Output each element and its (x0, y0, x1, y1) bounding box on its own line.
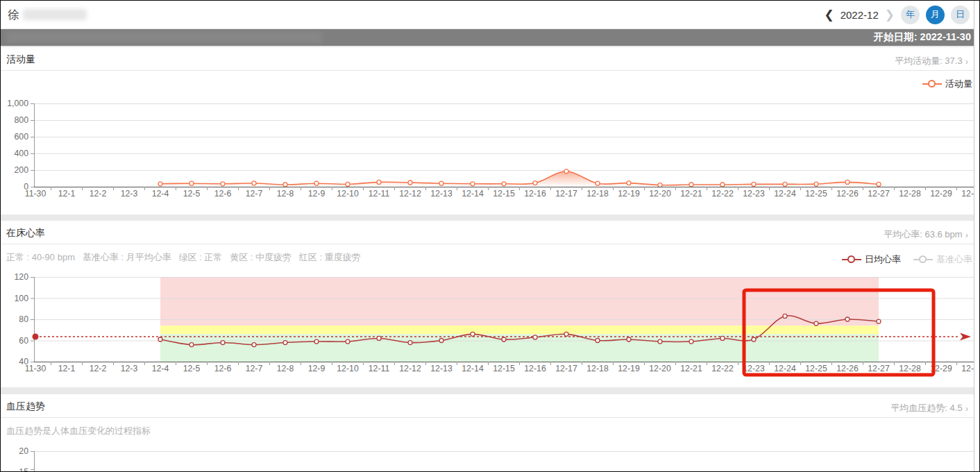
svg-text:12-19: 12-19 (618, 364, 640, 373)
svg-text:12-25: 12-25 (805, 364, 827, 373)
svg-text:12-7: 12-7 (246, 364, 263, 373)
heart-rate-legend: 日均心率 基准心率 (842, 253, 972, 266)
prev-period-icon[interactable]: ❮ (824, 9, 834, 21)
svg-text:12-11: 12-11 (369, 189, 390, 199)
svg-text:20: 20 (19, 446, 28, 456)
activity-title: 活动量 (6, 53, 35, 66)
svg-text:12-26: 12-26 (836, 189, 859, 199)
activity-expand-icon[interactable]: › (965, 56, 968, 67)
svg-text:12-1: 12-1 (58, 189, 76, 199)
svg-text:600: 600 (14, 132, 28, 142)
heart-rate-title: 在床心率 (6, 227, 45, 239)
svg-text:12-12: 12-12 (399, 364, 421, 373)
svg-text:12-27: 12-27 (868, 364, 890, 373)
svg-text:12-7: 12-7 (246, 189, 263, 199)
svg-text:12-2: 12-2 (90, 364, 107, 373)
svg-text:1,000: 1,000 (7, 99, 28, 108)
activity-chart[interactable]: 02004006008001,00011-3012-112-212-312-41… (1, 98, 980, 214)
line-marker-icon (842, 255, 861, 264)
legend-item-daily-hr[interactable]: 日均心率 (842, 253, 901, 266)
svg-text:12-5: 12-5 (183, 364, 201, 373)
svg-text:15: 15 (19, 467, 28, 472)
svg-text:120: 120 (14, 272, 28, 282)
svg-text:12-17: 12-17 (555, 364, 577, 373)
heart-rate-expand-icon[interactable]: › (965, 230, 968, 240)
svg-text:12-3: 12-3 (121, 364, 138, 373)
gray-toolbar: 开始日期: 2022-11-30 (1, 29, 979, 46)
view-year-button[interactable]: 年 (901, 6, 920, 24)
svg-text:12-29: 12-29 (930, 189, 952, 199)
svg-text:80: 80 (19, 314, 28, 324)
next-period-icon[interactable]: ❯ (885, 9, 895, 21)
blood-pressure-summary-text: 平均血压趋势: 4.5 (890, 402, 962, 414)
svg-text:12-21: 12-21 (680, 364, 702, 373)
svg-text:12-25: 12-25 (805, 189, 827, 199)
svg-text:12-24: 12-24 (774, 189, 796, 199)
svg-text:12-12: 12-12 (399, 189, 421, 199)
svg-text:12-13: 12-13 (430, 189, 453, 199)
blood-pressure-summary: 平均血压趋势: 4.5 › (890, 402, 968, 414)
app-window: 徐 ❮ 2022-12 ❯ 年 月 日 开始日期: 2022-11-30 活动量… (0, 0, 980, 472)
start-date-label: 开始日期: 2022-11-30 (874, 31, 971, 44)
svg-text:12-21: 12-21 (680, 189, 702, 199)
heart-rate-chart[interactable]: 40608010012011-3012-112-212-312-412-512-… (1, 271, 980, 386)
svg-text:12-6: 12-6 (214, 364, 232, 373)
svg-text:12-10: 12-10 (337, 189, 359, 199)
svg-text:200: 200 (14, 165, 28, 175)
svg-text:12-22: 12-22 (711, 189, 734, 199)
blood-pressure-subtitle: 血压趋势是人体血压变化的过程指标 (6, 425, 151, 437)
svg-text:12-15: 12-15 (493, 364, 515, 373)
svg-text:12-22: 12-22 (711, 364, 734, 373)
svg-text:12-9: 12-9 (308, 189, 326, 199)
current-period-label: 2022-12 (840, 9, 879, 21)
svg-text:12-17: 12-17 (555, 189, 577, 199)
svg-text:12-4: 12-4 (152, 189, 169, 199)
redacted-name-blur (23, 9, 87, 20)
svg-text:12-19: 12-19 (618, 189, 640, 199)
svg-text:12-20: 12-20 (649, 189, 671, 199)
activity-section: 活动量 平均活动量: 37.3 › 活动量 02004006008001,000… (1, 47, 979, 214)
view-month-button[interactable]: 月 (926, 6, 945, 24)
svg-text:12-3: 12-3 (121, 189, 138, 199)
svg-text:100: 100 (14, 294, 28, 303)
svg-text:12-15: 12-15 (493, 189, 515, 199)
svg-text:12-6: 12-6 (214, 189, 232, 199)
blood-pressure-chart[interactable]: 2015 (1, 445, 980, 472)
svg-text:11-30: 11-30 (25, 189, 47, 199)
activity-legend: 活动量 (922, 78, 972, 90)
svg-text:12-23: 12-23 (743, 364, 765, 373)
svg-text:12-1: 12-1 (58, 364, 76, 373)
svg-text:12-8: 12-8 (277, 189, 294, 199)
view-day-button[interactable]: 日 (951, 6, 970, 24)
divider (1, 70, 974, 71)
right-edge-gutter (974, 1, 979, 471)
divider (1, 244, 974, 244)
blood-pressure-title: 血压趋势 (6, 401, 45, 413)
svg-text:12-23: 12-23 (743, 189, 765, 199)
svg-text:12-28: 12-28 (899, 189, 921, 199)
divider (1, 417, 974, 418)
blood-pressure-expand-icon[interactable]: › (965, 403, 968, 414)
svg-text:12-18: 12-18 (586, 189, 609, 199)
svg-text:12-20: 12-20 (649, 364, 671, 373)
line-marker-icon (913, 255, 933, 264)
legend-label: 活动量 (945, 78, 972, 90)
svg-text:12-10: 12-10 (337, 364, 359, 373)
legend-label: 日均心率 (865, 253, 901, 266)
svg-text:400: 400 (14, 149, 28, 158)
activity-summary: 平均活动量: 37.3 › (895, 55, 968, 67)
redacted-toolbar-blur (6, 31, 322, 44)
svg-text:12-2: 12-2 (90, 189, 107, 199)
svg-text:12-16: 12-16 (524, 364, 546, 373)
svg-text:12-8: 12-8 (277, 364, 294, 373)
top-header: 徐 ❮ 2022-12 ❯ 年 月 日 (1, 1, 979, 28)
svg-text:12-24: 12-24 (774, 364, 796, 373)
svg-text:12-16: 12-16 (524, 189, 546, 199)
svg-text:60: 60 (19, 336, 28, 346)
legend-item-baseline-hr[interactable]: 基准心率 (913, 253, 972, 266)
legend-item-activity[interactable]: 活动量 (922, 78, 972, 90)
activity-summary-text: 平均活动量: 37.3 (895, 55, 963, 67)
svg-text:12-9: 12-9 (308, 364, 326, 373)
heart-rate-subtitle: 正常 : 40-90 bpm 基准心率 : 月平均心率 绿区 : 正常 黄区 :… (6, 251, 361, 264)
blood-pressure-section: 血压趋势 平均血压趋势: 4.5 › 血压趋势是人体血压变化的过程指标 2015 (1, 394, 979, 472)
